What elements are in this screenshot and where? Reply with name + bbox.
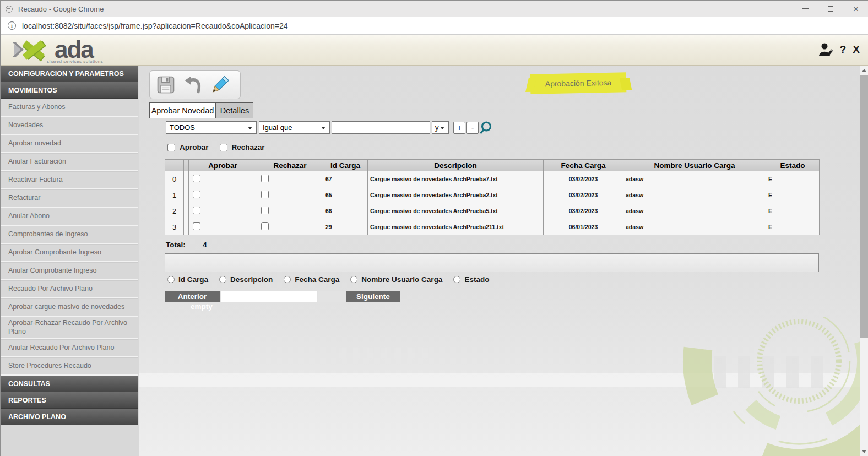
col-fecha-carga: Fecha Carga (544, 160, 623, 171)
row-index: 0 (165, 171, 184, 187)
sidebar-item-refacturar[interactable]: Refacturar (1, 189, 138, 208)
approve-row-checkbox[interactable] (193, 191, 200, 198)
col-row-index (165, 160, 184, 171)
reject-all-checkbox[interactable] (220, 144, 227, 151)
sidebar-item-aprobar-cargue-masivo[interactable]: Aprobar cargue masivo de novedades (1, 298, 138, 317)
total-row: Total: 4 (166, 241, 186, 249)
sort-radio-id-carga[interactable] (167, 276, 175, 283)
sort-radio-descripcion[interactable] (219, 276, 226, 283)
approve-row-checkbox[interactable] (193, 175, 200, 182)
close-window-button[interactable]: × (843, 1, 868, 17)
edit-button[interactable] (209, 74, 230, 95)
total-label: Total: (166, 241, 186, 249)
table-header-row: Aprobar Rechazar Id Carga Descripcion Fe… (165, 160, 820, 171)
search-button[interactable] (479, 121, 493, 135)
sidebar-section-archivo-plano[interactable]: ARCHIVO PLANO (1, 409, 138, 425)
minimize-button[interactable] (793, 1, 818, 17)
sort-radio-nombre-usuario[interactable] (350, 276, 357, 283)
window-titlebar: Recaudo - Google Chrome × (1, 1, 868, 17)
next-page-button[interactable]: Siguiente (346, 291, 400, 302)
filter-conjunction-value: y (435, 123, 439, 132)
reject-cell (257, 203, 323, 219)
sidebar-item-anular-comprobante-ingreso[interactable]: Anular Comprobante Ingreso (1, 262, 138, 280)
sidebar-item-aprobar-comprobante-ingreso[interactable]: Aprobar Comprobante Ingreso (1, 244, 138, 262)
col-rechazar: Rechazar (257, 160, 323, 171)
filter-operator-select[interactable]: Igual que (259, 121, 330, 134)
sidebar-item-reactivar-factura[interactable]: Reactivar Factura (1, 171, 138, 189)
approve-cell (189, 203, 257, 219)
approve-cell (189, 171, 257, 187)
site-info-icon[interactable]: i (8, 21, 16, 30)
table-row: 1 65 Cargue masivo de novedades ArchPrue… (165, 187, 820, 203)
maximize-button[interactable] (818, 1, 843, 17)
approve-row-checkbox[interactable] (193, 222, 200, 230)
reject-all-label: Rechazar (232, 143, 265, 151)
sidebar-item-novedades[interactable]: Novedades (1, 117, 138, 135)
sidebar-item-anular-facturacion[interactable]: Anular Facturación (1, 153, 138, 171)
sidebar-item-anular-recaudo-archivo-plano[interactable]: Anular Recaudo Por Archivo Plano (1, 339, 138, 357)
row-spacer (184, 219, 189, 235)
reject-row-checkbox[interactable] (261, 175, 269, 182)
sidebar-section-reportes[interactable]: REPORTES (1, 392, 138, 409)
col-aprobar: Aprobar (189, 160, 257, 171)
sidebar-item-recaudo-por-archivo-plano[interactable]: Recaudo Por Archivo Plano (1, 280, 138, 298)
sidebar-item-facturas-y-abonos[interactable]: Facturas y Abonos (1, 99, 138, 117)
page-number-input[interactable] (221, 291, 317, 302)
row-index: 2 (165, 203, 184, 219)
sort-radio-estado[interactable] (453, 276, 460, 283)
col-descripcion: Descripcion (368, 160, 544, 171)
add-filter-button[interactable]: + (453, 122, 465, 134)
close-app-button[interactable]: X (853, 44, 860, 56)
sidebar-item-comprobantes-de-ingreso[interactable]: Comprobantes de Ingreso (1, 226, 138, 244)
approve-all-label: Aprobar (180, 143, 209, 151)
table-row: 0 67 Cargue masivo de novedades ArchPrue… (165, 171, 820, 187)
approve-row-checkbox[interactable] (193, 207, 200, 214)
filter-conjunction-select[interactable]: y (432, 121, 449, 134)
undo-button[interactable] (182, 74, 203, 95)
scroll-up-icon[interactable] (862, 69, 866, 72)
previous-page-button[interactable]: Anterior (165, 291, 220, 302)
filter-field-select[interactable]: TODOS (166, 121, 257, 134)
cargas-table: Aprobar Rechazar Id Carga Descripcion Fe… (165, 159, 820, 235)
sort-label-descripcion: Descripcion (230, 275, 273, 284)
scroll-down-icon[interactable] (862, 450, 866, 453)
sidebar-item-aprobar-rchazar-recaudo[interactable]: Aprobar-Rchazar Recaudo Por Archivo Plan… (1, 317, 138, 339)
sidebar-item-anular-abono[interactable]: Anular Abono (1, 208, 138, 226)
id-carga-cell: 67 (323, 171, 368, 187)
reject-row-checkbox[interactable] (261, 191, 269, 198)
row-index: 1 (165, 187, 184, 203)
bulk-action-row: Aprobar Rechazar (167, 143, 272, 151)
col-spacer (184, 160, 189, 171)
vertical-scrollbar[interactable] (860, 66, 868, 456)
user-profile-icon[interactable] (817, 41, 833, 58)
app-favicon (6, 6, 13, 13)
help-button[interactable]: ? (840, 44, 847, 56)
id-carga-cell: 65 (323, 187, 368, 203)
message-box (165, 253, 819, 272)
scrollbar-thumb[interactable] (860, 75, 868, 338)
background-rings-decoration (628, 317, 868, 456)
fecha-carga-cell: 06/01/2023 (544, 219, 623, 235)
tab-aprobar-novedad[interactable]: Aprobar Novedad (149, 102, 216, 118)
sidebar-item-store-procedures-recaudo[interactable]: Store Procedures Recaudo (1, 357, 138, 376)
descripcion-cell: Cargue masivo de novedades ArchPrueba7.t… (368, 171, 544, 187)
usuario-cell: adasw (623, 171, 766, 187)
row-index: 3 (165, 219, 184, 235)
reject-row-checkbox[interactable] (261, 222, 269, 230)
sort-radio-fecha-carga[interactable] (284, 276, 291, 283)
usuario-cell: adasw (623, 219, 766, 235)
save-button[interactable] (155, 74, 176, 95)
estado-cell: E (766, 187, 820, 203)
tab-detalles[interactable]: Detalles (216, 102, 253, 118)
filter-value-input[interactable] (332, 121, 430, 134)
sidebar-item-aprobar-novedad[interactable]: Aprobar novedad (1, 135, 138, 153)
sidebar-section-configuracion[interactable]: CONFIGURACION Y PARAMETROS (1, 66, 138, 82)
reject-row-checkbox[interactable] (261, 207, 269, 214)
remove-filter-button[interactable]: - (466, 122, 479, 134)
sort-label-nombre-usuario: Nombre Usuario Carga (361, 275, 442, 284)
url-text[interactable]: localhost:8082/situ/faces/jsp/frame.jsp?… (22, 21, 288, 30)
sidebar-section-consultas[interactable]: CONSULTAS (1, 376, 138, 392)
sidebar-section-movimientos[interactable]: MOVIMIENTOS (1, 82, 138, 99)
address-bar[interactable]: i localhost:8082/situ/faces/jsp/frame.js… (1, 17, 868, 35)
approve-all-checkbox[interactable] (167, 144, 175, 151)
